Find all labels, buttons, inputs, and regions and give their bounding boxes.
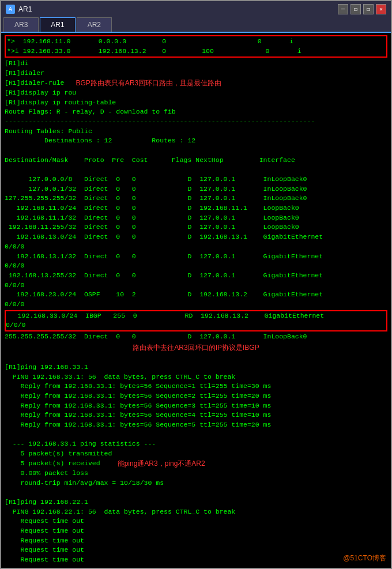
ping-cmd-1: [R1]ping 192.168.33.1 bbox=[5, 363, 387, 372]
bgp-annotation-row: [R1]dialer-rule BGP路由表只有AR3回环口路由，且是最佳路由 bbox=[5, 78, 387, 88]
ping-reply-5: Reply from 192.168.33.1: bytes=56 Sequen… bbox=[5, 420, 387, 430]
routing-tables-header: Routing Tables: Public bbox=[5, 127, 387, 137]
app-icon: A bbox=[6, 5, 15, 14]
route-127-1: 127.0.0.1/32 Direct 0 0 D 127.0.0.1 InLo… bbox=[5, 184, 387, 194]
ping-timeout-3: Request time out bbox=[5, 536, 387, 546]
empty-1 bbox=[5, 146, 387, 156]
empty-3 bbox=[5, 353, 387, 363]
window-title: AR1 bbox=[18, 5, 32, 13]
route-192-13-1: 192.168.13.1/32 Direct 0 0 D 127.0.0.1 G… bbox=[5, 252, 387, 262]
ping-reply-3: Reply from 192.168.33.1: bytes=56 Sequen… bbox=[5, 401, 387, 411]
separator: ----------------------------------------… bbox=[5, 117, 387, 127]
main-window: A AR1 ─ ◻ ◻ ✕ AR3 AR1 AR2 *> 192.168.11.… bbox=[0, 0, 392, 569]
route-192-13-255-cont: 0/0/0 bbox=[5, 281, 387, 291]
ping-header-1: PING 192.168.33.1: 56 data bytes, press … bbox=[5, 372, 387, 382]
route-192-11-255: 192.168.11.255/32 Direct 0 0 D 127.0.0.1… bbox=[5, 223, 387, 232]
route-192-13-0-cont: 0/0/0 bbox=[5, 242, 387, 252]
route-192-23: 192.168.23.0/24 OSPF 10 2 D 192.168.13.2… bbox=[5, 290, 387, 300]
route-127-255: 127.255.255.255/32 Direct 0 0 D 127.0.0.… bbox=[5, 194, 387, 204]
ping-stats-transmitted-row: 5 packet(s) transmitted bbox=[5, 449, 387, 459]
route-127-0: 127.0.0.0/8 Direct 0 0 D 127.0.0.1 InLoo… bbox=[5, 175, 387, 184]
restore-button[interactable]: ◻ bbox=[350, 4, 361, 14]
cmd-display-rou: [R1]display ip rou bbox=[5, 88, 387, 98]
route-192-11-0: 192.168.11.0/24 Direct 0 0 D 192.168.11.… bbox=[5, 204, 387, 213]
bgp-line-2: *>i 192.168.33.0 192.168.13.2 0 100 0 i bbox=[7, 47, 385, 56]
route-192-23-cont: 0/0/0 bbox=[5, 300, 387, 310]
cmd-dialer-rule: [R1]dialer-rule bbox=[5, 78, 65, 88]
route-192-33-cont: 0/0/0 bbox=[6, 321, 386, 330]
ping-stats-1-received: 5 packet(s) received bbox=[5, 459, 100, 469]
title-bar-left: A AR1 bbox=[6, 5, 32, 14]
ping-annotation: 能ping通AR3，ping不通AR2 bbox=[118, 459, 205, 469]
ping-stats-1-transmitted: 5 packet(s) transmitted bbox=[5, 449, 112, 459]
route-192-13-255: 192.168.13.255/32 Direct 0 0 D 127.0.0.1… bbox=[5, 271, 387, 281]
ping-timeout-4: Request time out bbox=[5, 545, 387, 555]
watermark: @51CTO博客 bbox=[343, 553, 386, 563]
route-192-13-0: 192.168.13.0/24 Direct 0 0 D 192.168.13.… bbox=[5, 232, 387, 242]
maximize-button[interactable]: ◻ bbox=[363, 4, 374, 14]
empty-5 bbox=[5, 488, 387, 498]
ping-stats-received-row: 5 packet(s) received 能ping通AR3，ping不通AR2 bbox=[5, 459, 387, 469]
window-controls: ─ ◻ ◻ ✕ bbox=[338, 4, 386, 14]
tab-ar1[interactable]: AR1 bbox=[40, 17, 75, 32]
ping-timeout-1: Request time out bbox=[5, 517, 387, 526]
route-flags: Route Flags: R - relay, D - download to … bbox=[5, 107, 387, 117]
ping-reply-2: Reply from 192.168.33.1: bytes=56 Sequen… bbox=[5, 391, 387, 401]
ping-cmd-2: [R1]ping 192.168.22.1 bbox=[5, 498, 387, 507]
ibgp-annotation-row: 255.255.255.255/32 Direct 0 0 D 127.0.0.… bbox=[5, 332, 387, 342]
bgp-highlight-block: *> 192.168.11.0 0.0.0.0 0 0 i *>i 192.16… bbox=[5, 35, 387, 58]
cmd-display-routing: [R1]display ip routing-table bbox=[5, 98, 387, 108]
terminal-content[interactable]: *> 192.168.11.0 0.0.0.0 0 0 i *>i 192.16… bbox=[1, 33, 391, 568]
ping-timeout-2: Request time out bbox=[5, 526, 387, 536]
route-192-33: 192.168.33.0/24 IBGP 255 0 RD 192.168.13… bbox=[6, 311, 386, 321]
route-255: 255.255.255.255/32 Direct 0 0 D 127.0.0.… bbox=[5, 332, 307, 342]
empty-4 bbox=[5, 430, 387, 440]
ping-reply-4: Reply from 192.168.33.1: bytes=56 Sequen… bbox=[5, 410, 387, 420]
cmd-di: [R1]di bbox=[5, 59, 387, 69]
close-button[interactable]: ✕ bbox=[376, 4, 386, 14]
destinations-routes: Destinations : 12 Routes : 12 bbox=[5, 136, 387, 146]
cmd-dialer: [R1]dialer bbox=[5, 69, 387, 78]
ibgp-route-block: 192.168.33.0/24 IBGP 255 0 RD 192.168.13… bbox=[5, 310, 387, 331]
ping-timeout-5: Request time out bbox=[5, 555, 387, 565]
table-header: Destination/Mask Proto Pre Cost Flags Ne… bbox=[5, 156, 387, 165]
ping-reply-1: Reply from 192.168.33.1: bytes=56 Sequen… bbox=[5, 382, 387, 391]
tab-ar2[interactable]: AR2 bbox=[77, 17, 112, 32]
ping-stats-1-header: --- 192.168.33.1 ping statistics --- bbox=[5, 439, 387, 449]
bgp-annotation: BGP路由表只有AR3回环口路由，且是最佳路由 bbox=[76, 78, 222, 88]
tab-bar: AR3 AR1 AR2 bbox=[1, 17, 391, 33]
route-192-11-1: 192.168.11.1/32 Direct 0 0 D 127.0.0.1 L… bbox=[5, 213, 387, 223]
minimize-button[interactable]: ─ bbox=[338, 4, 348, 14]
tab-ar3[interactable]: AR3 bbox=[3, 17, 39, 32]
bgp-line-1: *> 192.168.11.0 0.0.0.0 0 0 i bbox=[7, 37, 385, 47]
empty-2 bbox=[5, 165, 387, 175]
empty-6 bbox=[5, 565, 387, 568]
ping-header-2: PING 192.168.22.1: 56 data bytes, press … bbox=[5, 507, 387, 517]
route-192-13-1-cont: 0/0/0 bbox=[5, 261, 387, 271]
ping-stats-1-loss: 0.00% packet loss bbox=[5, 469, 387, 478]
ping-stats-1-rtt: round-trip min/avg/max = 10/18/30 ms bbox=[5, 478, 387, 488]
ibgp-annotation: 路由表中去往AR3回环口的IP协议是IBGP bbox=[133, 344, 259, 352]
ibgp-annotation-center: 路由表中去往AR3回环口的IP协议是IBGP bbox=[5, 343, 387, 353]
title-bar: A AR1 ─ ◻ ◻ ✕ bbox=[1, 1, 391, 17]
